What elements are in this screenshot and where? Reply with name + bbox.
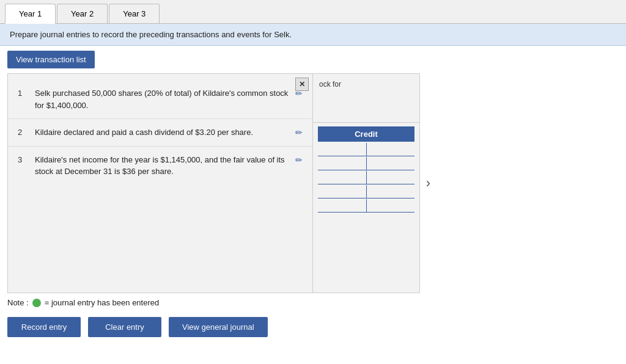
- transaction-text-2: Kildaire declared and paid a cash divide…: [35, 126, 289, 139]
- tab-year3[interactable]: Year 3: [109, 4, 160, 23]
- chevron-right-icon[interactable]: ›: [426, 175, 430, 191]
- credit-row-5: [318, 199, 414, 213]
- edit-icon-3[interactable]: ✏: [295, 154, 303, 165]
- transaction-text-1: Selk purchased 50,000 shares (20% of tot…: [35, 87, 289, 111]
- info-bar-text: Prepare journal entries to record the pr…: [10, 30, 292, 39]
- credit-cell-3a[interactable]: [318, 171, 367, 184]
- green-dot-icon: [32, 299, 41, 307]
- view-transaction-button[interactable]: View transaction list: [7, 51, 95, 68]
- credit-cell-4b[interactable]: [367, 185, 415, 198]
- credit-row-2: [318, 157, 414, 170]
- main-area: ✕ 1 Selk purchased 50,000 shares (20% of…: [0, 73, 626, 293]
- transaction-num-1: 1: [18, 87, 29, 98]
- note-suffix: = journal entry has been entered: [45, 298, 160, 307]
- transaction-item-1: 1 Selk purchased 50,000 shares (20% of t…: [8, 80, 312, 119]
- transaction-num-2: 2: [18, 126, 29, 137]
- credit-row-1: [318, 143, 414, 156]
- credit-cell-1b[interactable]: [367, 143, 415, 156]
- edit-icon-2[interactable]: ✏: [295, 126, 303, 137]
- credit-cell-5a[interactable]: [318, 199, 367, 212]
- credit-section: Credit: [313, 123, 419, 217]
- credit-cell-3b[interactable]: [367, 171, 415, 184]
- transaction-text-3: Kildaire's net income for the year is $1…: [35, 154, 289, 178]
- transaction-panel: ✕ 1 Selk purchased 50,000 shares (20% of…: [7, 73, 313, 293]
- tabs-bar: Year 1 Year 2 Year 3: [0, 0, 626, 24]
- credit-cell-2a[interactable]: [318, 157, 367, 170]
- bottom-buttons: Record entry Clear entry View general jo…: [0, 312, 626, 342]
- credit-cell-4a[interactable]: [318, 185, 367, 198]
- credit-cell-1a[interactable]: [318, 143, 367, 156]
- record-entry-button[interactable]: Record entry: [7, 317, 81, 337]
- transaction-num-3: 3: [18, 154, 29, 164]
- note-bar: Note : = journal entry has been entered: [0, 293, 626, 312]
- info-bar: Prepare journal entries to record the pr…: [0, 24, 626, 46]
- credit-header: Credit: [318, 126, 414, 142]
- close-button[interactable]: ✕: [295, 78, 309, 91]
- journal-panel: › ock for Credit: [313, 73, 420, 293]
- tab-year2[interactable]: Year 2: [57, 4, 108, 23]
- journal-partial-text: ock for: [313, 74, 419, 123]
- transaction-item-3: 3 Kildaire's net income for the year is …: [8, 147, 312, 185]
- credit-cell-2b[interactable]: [367, 157, 415, 170]
- transaction-item-2: 2 Kildaire declared and paid a cash divi…: [8, 119, 312, 147]
- tab-year1[interactable]: Year 1: [5, 4, 56, 24]
- view-general-journal-button[interactable]: View general journal: [169, 317, 268, 337]
- credit-cell-5b[interactable]: [367, 199, 415, 212]
- note-prefix: Note :: [7, 298, 29, 307]
- credit-row-3: [318, 171, 414, 184]
- credit-row-4: [318, 185, 414, 198]
- clear-entry-button[interactable]: Clear entry: [88, 317, 161, 337]
